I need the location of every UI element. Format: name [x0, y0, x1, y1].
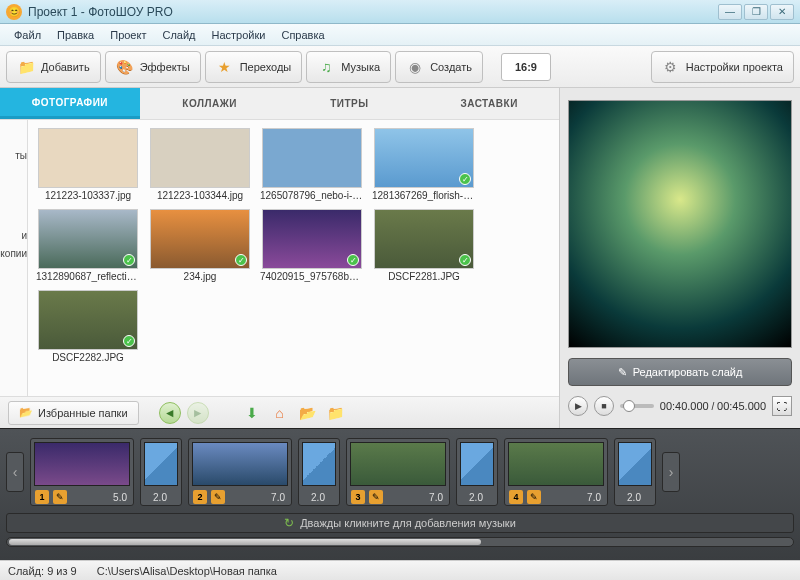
seek-slider[interactable]	[620, 404, 654, 408]
timeline-slides: ‹ 1✎5.02.02✎7.02.03✎7.02.04✎7.02.0›	[6, 435, 794, 509]
toolbar: 📁Добавить 🎨Эффекты ★Переходы ♫Музыка ◉Со…	[0, 46, 800, 88]
transition-footer: 2.0	[299, 489, 339, 505]
disc-icon: ◉	[406, 58, 424, 76]
timeline-prev-button[interactable]: ‹	[6, 452, 24, 492]
effects-button[interactable]: 🎨Эффекты	[105, 51, 201, 83]
thumbnail-item[interactable]: ✓DSCF2282.JPG	[34, 288, 142, 365]
slide-footer: 2✎7.0	[189, 489, 291, 505]
file-browser: ты и ервной копии 121223-103337.jpg12122…	[0, 120, 559, 396]
maximize-button[interactable]: ❐	[744, 4, 768, 20]
timeline-slide[interactable]: 3✎7.0	[346, 438, 450, 506]
folder-tree[interactable]: ты и ервной копии	[0, 120, 28, 396]
check-icon: ✓	[123, 335, 135, 347]
thumbnail-item[interactable]: ✓234.jpg	[146, 207, 254, 284]
slide-counter: Слайд: 9 из 9	[8, 565, 77, 577]
tree-fragment: и	[21, 230, 27, 241]
edit-slide-button[interactable]: ✎Редактировать слайд	[568, 358, 792, 386]
transition-duration: 2.0	[461, 492, 493, 503]
preview-viewport[interactable]	[568, 100, 792, 348]
slide-edit-button[interactable]: ✎	[527, 490, 541, 504]
timeline-slide[interactable]: 4✎7.0	[504, 438, 608, 506]
tab-collages[interactable]: КОЛЛАЖИ	[140, 88, 280, 119]
menu-settings[interactable]: Настройки	[204, 26, 274, 44]
thumbnail-image: ✓	[38, 290, 138, 350]
browser-toolbar: 📂Избранные папки ◄ ► ⬇ ⌂ 📂 📁	[0, 396, 559, 428]
source-tabs: ФОТОГРАФИИ КОЛЛАЖИ ТИТРЫ ЗАСТАВКИ	[0, 88, 559, 120]
stop-button[interactable]: ■	[594, 396, 614, 416]
nav-back-button[interactable]: ◄	[159, 402, 181, 424]
check-icon: ✓	[347, 254, 359, 266]
window-title: Проект 1 - ФотоШОУ PRO	[28, 5, 716, 19]
timeline-transition[interactable]: 2.0	[140, 438, 182, 506]
thumbnail-item[interactable]: ✓1312890687_reflection...	[34, 207, 142, 284]
music-track[interactable]: ↻ Дважды кликните для добавления музыки	[6, 513, 794, 533]
menu-help[interactable]: Справка	[273, 26, 332, 44]
timeline-slide[interactable]: 1✎5.0	[30, 438, 134, 506]
thumbnail-item[interactable]: 121223-103337.jpg	[34, 126, 142, 203]
timeline-next-button[interactable]: ›	[662, 452, 680, 492]
play-button[interactable]: ▶	[568, 396, 588, 416]
menu-file[interactable]: Файл	[6, 26, 49, 44]
thumbnail-item[interactable]: ✓1281367269_florish-22.jpg	[370, 126, 478, 203]
seek-knob[interactable]	[623, 400, 635, 412]
thumbnail-caption: 121223-103337.jpg	[45, 190, 131, 201]
add-button[interactable]: 📁Добавить	[6, 51, 101, 83]
menu-slide[interactable]: Слайд	[154, 26, 203, 44]
thumbnail-item[interactable]: 121223-103344.jpg	[146, 126, 254, 203]
folder-plus-icon: 📁	[17, 58, 35, 76]
slide-number: 1	[35, 490, 49, 504]
slide-thumbnail	[34, 442, 130, 486]
menu-project[interactable]: Проект	[102, 26, 154, 44]
timeline-slide[interactable]: 2✎7.0	[188, 438, 292, 506]
close-button[interactable]: ✕	[770, 4, 794, 20]
fullscreen-button[interactable]: ⛶	[772, 396, 792, 416]
download-icon[interactable]: ⬇	[241, 402, 263, 424]
transitions-button[interactable]: ★Переходы	[205, 51, 303, 83]
home-icon[interactable]: ⌂	[269, 402, 291, 424]
thumbnail-item[interactable]: ✓74020915_975768ba1...	[258, 207, 366, 284]
open-folder-icon[interactable]: 📂	[297, 402, 319, 424]
thumbnail-caption: 234.jpg	[184, 271, 217, 282]
thumbnail-item[interactable]: 1265078796_nebo-i-palma...	[258, 126, 366, 203]
timeline-transition[interactable]: 2.0	[456, 438, 498, 506]
nav-forward-button[interactable]: ►	[187, 402, 209, 424]
slide-footer: 1✎5.0	[31, 489, 133, 505]
slide-edit-button[interactable]: ✎	[211, 490, 225, 504]
tree-fragment: ты	[15, 150, 27, 161]
create-button[interactable]: ◉Создать	[395, 51, 483, 83]
slide-duration: 7.0	[387, 492, 445, 503]
timeline-scrollbar[interactable]	[6, 537, 794, 547]
thumbnail-image	[38, 128, 138, 188]
slide-footer: 4✎7.0	[505, 489, 607, 505]
tab-splash[interactable]: ЗАСТАВКИ	[419, 88, 559, 119]
thumbnail-caption: 1265078796_nebo-i-palma...	[260, 190, 364, 201]
statusbar: Слайд: 9 из 9 C:\Users\Alisa\Desktop\Нов…	[0, 560, 800, 580]
folder-icon[interactable]: 📁	[325, 402, 347, 424]
music-button[interactable]: ♫Музыка	[306, 51, 391, 83]
favorites-label: Избранные папки	[38, 407, 128, 419]
tab-titles[interactable]: ТИТРЫ	[280, 88, 420, 119]
preview-pane: ✎Редактировать слайд ▶ ■ 00:40.000 / 00:…	[560, 88, 800, 428]
slide-number: 2	[193, 490, 207, 504]
slide-edit-button[interactable]: ✎	[369, 490, 383, 504]
timeline-transition[interactable]: 2.0	[298, 438, 340, 506]
time-display: 00:40.000 / 00:45.000	[660, 400, 766, 412]
favorites-button[interactable]: 📂Избранные папки	[8, 401, 139, 425]
folder-star-icon: 📂	[19, 406, 33, 419]
minimize-button[interactable]: —	[718, 4, 742, 20]
project-settings-button[interactable]: ⚙Настройки проекта	[651, 51, 794, 83]
slide-thumbnail	[192, 442, 288, 486]
transition-duration: 2.0	[145, 492, 177, 503]
aspect-ratio-button[interactable]: 16:9	[501, 53, 551, 81]
timeline-scroll-thumb[interactable]	[9, 539, 481, 545]
titlebar: 😊 Проект 1 - ФотоШОУ PRO — ❐ ✕	[0, 0, 800, 24]
menubar: Файл Правка Проект Слайд Настройки Справ…	[0, 24, 800, 46]
menu-edit[interactable]: Правка	[49, 26, 102, 44]
tab-photos[interactable]: ФОТОГРАФИИ	[0, 88, 140, 119]
timeline-transition[interactable]: 2.0	[614, 438, 656, 506]
thumbnail-item[interactable]: ✓DSCF2281.JPG	[370, 207, 478, 284]
left-pane: ФОТОГРАФИИ КОЛЛАЖИ ТИТРЫ ЗАСТАВКИ ты и е…	[0, 88, 560, 428]
slide-edit-button[interactable]: ✎	[53, 490, 67, 504]
tree-fragment: ервной копии	[0, 248, 27, 259]
thumbnail-grid: 121223-103337.jpg121223-103344.jpg126507…	[28, 120, 559, 396]
